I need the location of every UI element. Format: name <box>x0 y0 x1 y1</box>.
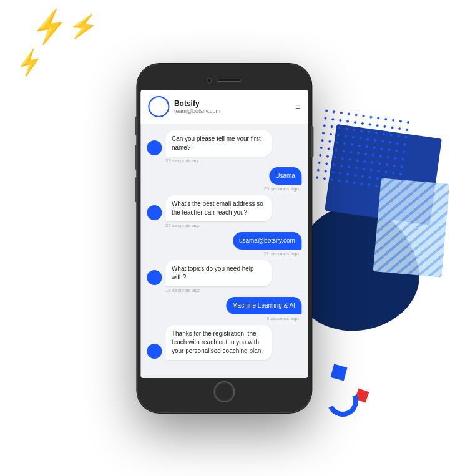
phone-notch <box>140 72 308 89</box>
camera-notch <box>207 78 212 83</box>
user-bubble-2: usama@botsify.com <box>233 232 301 250</box>
speaker-notch <box>217 79 242 82</box>
message-block-4: usama@botsify.com 21 seconds ago <box>147 232 301 256</box>
bot-bubble-4: Thanks for the registration, the teach w… <box>165 325 272 360</box>
small-blue-square <box>331 364 348 381</box>
bot-avatar-msg7 <box>147 344 162 359</box>
blue-rect-shape <box>325 124 442 225</box>
message-block-7: Thanks for the registration, the teach w… <box>147 325 301 360</box>
lightning-bolt-3: ⚡ <box>12 47 46 79</box>
chat-header: Botsify team@botsify.com ≡ <box>140 90 308 124</box>
message-block-1: Can you please tell me your first name? … <box>147 130 301 163</box>
bot-bubble-2: What's the best email address so the tea… <box>165 195 272 221</box>
bot-avatar-msg1 <box>147 140 162 155</box>
small-red-square <box>355 388 369 402</box>
message-block-6: Machine Learning & AI 3 seconds ago <box>147 297 301 321</box>
bot-bubble-1: Can you please tell me your first name? <box>165 130 272 157</box>
message-block-3: What's the best email address so the tea… <box>147 195 301 228</box>
message-row-1: Can you please tell me your first name? <box>147 130 301 157</box>
message-row-6: Machine Learning & AI <box>147 297 301 314</box>
bot-avatar-msg5 <box>147 270 162 285</box>
power-button <box>311 126 313 157</box>
msg-time-4: 21 seconds ago <box>147 251 301 256</box>
volume-down-button <box>135 177 137 202</box>
home-button[interactable] <box>213 381 235 402</box>
menu-icon[interactable]: ≡ <box>295 102 300 112</box>
phone-mockup: Botsify team@botsify.com ≡ Can you pleas… <box>137 64 311 413</box>
message-block-2: Usama 26 seconds ago <box>147 167 301 192</box>
bot-email: team@botsify.com <box>174 108 290 114</box>
message-row-4: usama@botsify.com <box>147 232 301 250</box>
dot-grid-shape <box>313 107 409 193</box>
lightning-bolt-2: ⚡ <box>67 11 99 41</box>
msg-time-6: 3 seconds ago <box>147 316 301 321</box>
msg-time-3: 25 seconds ago <box>147 223 301 228</box>
mute-button <box>135 117 137 135</box>
msg-time-2: 26 seconds ago <box>147 186 301 192</box>
user-bubble-1: Usama <box>269 167 301 185</box>
header-info: Botsify team@botsify.com <box>174 99 290 114</box>
message-block-5: What topics do you need help with? 19 se… <box>147 260 301 293</box>
bot-name: Botsify <box>174 99 290 108</box>
message-row-5: What topics do you need help with? <box>147 260 301 286</box>
message-row-3: What's the best email address so the tea… <box>147 195 301 221</box>
bot-bubble-3: What topics do you need help with? <box>165 260 272 286</box>
msg-time-1: 29 seconds ago <box>147 158 301 163</box>
user-bubble-3: Machine Learning & AI <box>226 297 301 314</box>
lightning-bolt-1: ⚡ <box>29 6 72 47</box>
phone-shell: Botsify team@botsify.com ≡ Can you pleas… <box>137 64 311 413</box>
bot-avatar-header <box>148 96 169 117</box>
message-row-2: Usama <box>147 167 301 185</box>
chat-body: Can you please tell me your first name? … <box>140 124 308 378</box>
bot-avatar-msg3 <box>147 205 162 220</box>
phone-screen: Botsify team@botsify.com ≡ Can you pleas… <box>140 90 308 378</box>
msg-time-5: 19 seconds ago <box>147 288 301 293</box>
home-button-area <box>140 378 308 406</box>
volume-up-button <box>135 145 137 170</box>
small-arc-shape <box>323 381 363 421</box>
message-row-7: Thanks for the registration, the teach w… <box>147 325 301 360</box>
striped-shape <box>373 178 450 277</box>
